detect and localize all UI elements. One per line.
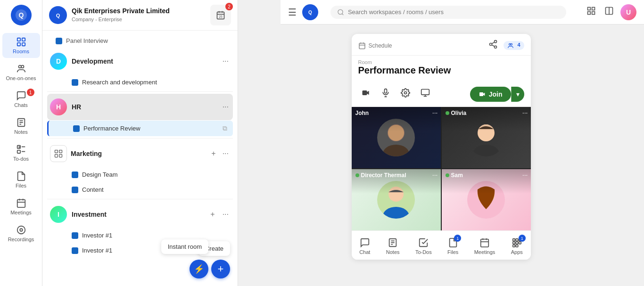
user-avatar[interactable]: U [620, 4, 636, 20]
sidebar-item-todos[interactable]: To-dos [2, 140, 40, 165]
room-indicator [72, 79, 78, 86]
investment-add-button[interactable]: + [209, 209, 216, 220]
divider [47, 199, 233, 199]
grid-view-button[interactable] [585, 4, 598, 20]
svg-rect-3 [22, 38, 25, 41]
join-button[interactable]: Join [470, 87, 511, 102]
footer-chat-button[interactable]: Chat [355, 236, 374, 257]
development-group-name: Development [72, 57, 216, 65]
tile-menu-sam[interactable]: ··· [522, 171, 528, 179]
svg-rect-37 [587, 12, 590, 15]
svg-point-46 [490, 43, 492, 46]
svg-rect-4 [17, 43, 20, 46]
development-more-button[interactable]: ··· [221, 56, 230, 67]
svg-point-7 [21, 65, 24, 68]
marketing-more-button[interactable]: ··· [221, 148, 230, 159]
video-grid: John ··· [352, 107, 531, 230]
development-group-header[interactable]: D Development ··· [47, 48, 233, 74]
svg-rect-85 [516, 245, 518, 247]
investment-group-header[interactable]: I Investment + ··· [47, 201, 233, 228]
panel-interview-room[interactable]: Panel Interview [50, 34, 230, 48]
join-container: Join ▾ [470, 87, 524, 102]
research-dev-room[interactable]: Research and development [47, 75, 233, 90]
video-button[interactable] [358, 85, 373, 103]
svg-text:Q: Q [56, 13, 60, 18]
hamburger-button[interactable]: ☰ [288, 7, 297, 18]
footer-todos-button[interactable]: To-Dos [412, 236, 436, 257]
top-nav: ☰ Q [281, 0, 644, 25]
search-icon [337, 8, 344, 16]
search-input[interactable] [348, 8, 560, 16]
video-tile-sam: Sam ··· [442, 169, 531, 230]
sidebar-item-meetings[interactable]: Meetings [2, 194, 40, 219]
footer-meetings-button[interactable]: Meetings [471, 236, 499, 257]
mic-button[interactable] [378, 85, 393, 103]
svg-rect-82 [516, 242, 518, 244]
svg-text:Q: Q [18, 11, 24, 19]
sidebar-label-todos: To-dos [13, 156, 29, 162]
investment-avatar: I [50, 206, 67, 223]
svg-line-48 [492, 45, 495, 46]
svg-rect-31 [59, 155, 62, 157]
svg-text:Q: Q [308, 10, 312, 15]
svg-rect-5 [22, 43, 25, 46]
sidebar-item-one-on-ones[interactable]: One-on-ones [2, 60, 40, 85]
instant-room-tooltip: Instant room [161, 239, 208, 254]
sidebar-item-files[interactable]: Files [2, 167, 40, 192]
svg-rect-52 [384, 89, 387, 93]
hr-more-button[interactable]: ··· [221, 101, 230, 113]
performance-review-room[interactable]: Performance Review ⧉ [47, 121, 233, 136]
main-area: ☰ Q [238, 0, 644, 286]
room-indicator [72, 247, 78, 254]
footer-todos-label: To-Dos [415, 249, 432, 255]
svg-rect-38 [592, 12, 595, 15]
sidebar-item-chats[interactable]: 1 Chats [2, 87, 40, 112]
sidebar-item-recordings[interactable]: Recordings [2, 221, 40, 246]
instant-room-button[interactable]: ⚡ [190, 260, 208, 278]
share-button[interactable] [488, 40, 498, 51]
svg-rect-79 [516, 239, 518, 241]
add-room-button[interactable]: + [211, 260, 230, 278]
development-group: D Development ··· Research and developme… [42, 48, 238, 90]
settings-button[interactable] [398, 85, 413, 103]
sidebar-item-notes[interactable]: Notes [2, 114, 40, 139]
tile-menu-olivia[interactable]: ··· [522, 109, 528, 116]
marketing-group-header[interactable]: Marketing + ··· [47, 140, 233, 167]
svg-point-47 [495, 46, 497, 48]
footer-notes-button[interactable]: Notes [382, 236, 404, 257]
content-room[interactable]: Content [47, 182, 233, 197]
screen-share-button[interactable] [418, 85, 433, 103]
design-team-room[interactable]: Design Team [47, 167, 233, 182]
investment-more-button[interactable]: ··· [221, 209, 230, 220]
join-dropdown-button[interactable]: ▾ [511, 87, 524, 102]
split-view-button[interactable] [603, 4, 616, 20]
sidebar-item-rooms[interactable]: Rooms [2, 33, 40, 58]
footer-files-button[interactable]: 1 Files [444, 236, 462, 257]
sidebar-label-meetings: Meetings [10, 210, 32, 215]
hr-group: H HR ··· Performance Review ⧉ [42, 94, 238, 136]
svg-rect-78 [513, 239, 515, 241]
sidebar-label-rooms: Rooms [13, 49, 29, 54]
room-label: Design Team [82, 171, 227, 178]
footer-apps-button[interactable]: 1 Apps [507, 236, 527, 257]
copy-icon: ⧉ [223, 124, 227, 132]
room-card-wrapper: Schedule [238, 0, 644, 260]
svg-point-21 [20, 229, 23, 231]
sidebar-label-files: Files [16, 183, 26, 188]
chats-badge: 1 [27, 89, 34, 96]
svg-point-51 [511, 43, 512, 45]
room-indicator [73, 125, 80, 132]
app-logo: Q [11, 5, 32, 25]
svg-point-20 [17, 226, 25, 234]
tile-menu-john[interactable]: ··· [432, 109, 438, 116]
svg-rect-14 [17, 150, 20, 153]
rooms-top-bar: Q Qik Enterprises Private Limited Compan… [42, 0, 238, 31]
tile-menu-director[interactable]: ··· [432, 171, 438, 179]
company-name: Qik Enterprises Private Limited [72, 7, 170, 15]
hr-group-header[interactable]: H HR ··· [47, 94, 233, 120]
marketing-add-button[interactable]: + [210, 148, 217, 159]
room-card: Schedule [352, 34, 531, 260]
svg-point-55 [404, 92, 406, 94]
svg-line-34 [342, 13, 343, 15]
calendar-button[interactable]: 25 2 [210, 5, 231, 25]
